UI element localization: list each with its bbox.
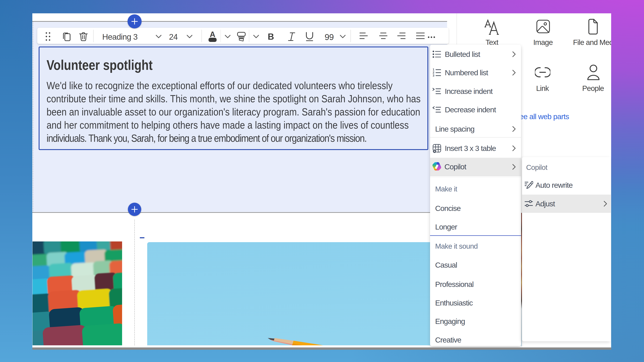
svg-text:A: A — [210, 31, 215, 39]
svg-text:3: 3 — [433, 74, 434, 77]
